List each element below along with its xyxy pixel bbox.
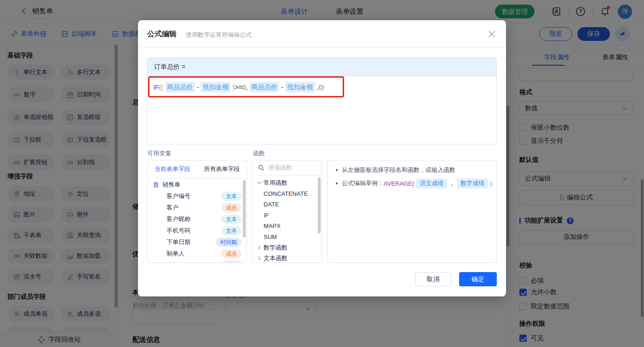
- modal-footer: 取消 确定: [138, 263, 506, 296]
- modal-subtitle: 使用数学运算符编辑公式: [186, 31, 252, 39]
- cancel-button[interactable]: 取消: [415, 272, 451, 286]
- formula-input-area[interactable]: IF((商品总价-抵扣金额)>=0,商品总价-抵扣金额,0): [148, 76, 496, 144]
- function-name: CONCATENATE: [264, 190, 308, 197]
- variable-type-tag: 成员: [221, 249, 242, 258]
- confirm-button[interactable]: 确定: [459, 272, 497, 286]
- bullet-icon: [336, 182, 338, 184]
- variable-type-tag: 文本: [221, 226, 242, 235]
- variables-scrollbar[interactable]: [243, 180, 246, 238]
- function-name: SUM: [264, 233, 277, 240]
- variable-name: 客户昵称: [167, 215, 190, 223]
- formula-editor: 订单总价 = IF((商品总价-抵扣金额)>=0,商品总价-抵扣金额,0): [147, 57, 497, 144]
- variable-name: 客户编号: [167, 192, 190, 200]
- tip-line: 从左侧面板选择字段名和函数，或输入函数: [335, 166, 489, 174]
- tip-example-function: AVERAGE(: [384, 180, 414, 187]
- tip-example-comma: ，: [449, 179, 455, 188]
- variable-name: 下单日期: [167, 238, 190, 246]
- formula-token: 0: [242, 84, 246, 91]
- variable-row[interactable]: [148, 259, 247, 263]
- formula-token: 0: [319, 84, 322, 91]
- variables-tabs: 当前表单字段 所有表单字段: [148, 160, 247, 178]
- search-placeholder: 搜索函数: [268, 164, 292, 172]
- formula-field-chip: 抵扣金额: [285, 82, 315, 92]
- variable-row[interactable]: 客户昵称文本: [148, 213, 247, 225]
- formula-token: ): [322, 84, 325, 91]
- formula-edit-modal: 公式编辑 使用数学运算符编辑公式 订单总价 = IF((商品总价-抵扣金额)>=…: [138, 20, 506, 296]
- function-name: 文本函数: [264, 254, 288, 262]
- tab-current-form-fields[interactable]: 当前表单字段: [148, 160, 197, 178]
- variables-label: 可用变量: [147, 149, 171, 158]
- chevron-down-icon: [256, 180, 263, 186]
- form-doc-icon: [153, 182, 159, 188]
- variable-type-tag: 成员: [221, 203, 242, 212]
- formula-field-chip: 商品总价: [165, 82, 195, 92]
- variable-row[interactable]: 制单人成员: [148, 248, 247, 259]
- function-name: MAPX: [264, 222, 281, 229]
- formula-token: ,: [246, 84, 247, 91]
- tip-example-line: 公式编辑举例：AVERAGE(语文成绩，数学成绩): [335, 178, 489, 188]
- function-name: 常用函数: [264, 179, 288, 187]
- tip-example-field: 语文成绩: [416, 178, 447, 188]
- tip-example-prefix: 公式编辑举例：: [342, 179, 384, 188]
- variable-type-tag: 文本: [221, 215, 242, 224]
- variable-name: 制单人: [167, 250, 184, 258]
- variables-root-label: 销售单: [162, 181, 180, 189]
- formula-tips-panel: 从左侧面板选择字段名和函数，或输入函数 公式编辑举例：AVERAGE(语文成绩，…: [327, 160, 497, 263]
- function-item[interactable]: MAPX: [253, 221, 322, 232]
- chevron-right-icon: [256, 255, 263, 262]
- function-item[interactable]: CONCATENATE: [253, 188, 322, 199]
- close-icon[interactable]: [488, 30, 496, 38]
- function-name: DATE: [264, 201, 279, 208]
- formula-field-chip: 商品总价: [249, 82, 279, 92]
- variable-name: 客户: [167, 204, 178, 212]
- tip-example-paren: ): [490, 180, 492, 187]
- formula-field-chip: 抵扣金额: [201, 82, 230, 92]
- tab-all-form-fields[interactable]: 所有表单字段: [197, 160, 247, 178]
- variable-name: 手机号码: [167, 227, 190, 235]
- variable-type-tag: 文本: [221, 192, 242, 201]
- function-search-input[interactable]: 搜索函数: [253, 160, 322, 176]
- modal-header: 公式编辑 使用数学运算符编辑公式: [138, 20, 506, 48]
- formula-token: ((: [159, 84, 163, 91]
- variable-row[interactable]: 客户编号文本: [148, 190, 247, 202]
- tip-text: 从左侧面板选择字段名和函数，或输入函数: [342, 166, 455, 174]
- formula-target: 订单总价 =: [148, 58, 496, 76]
- formula-token: -: [197, 84, 199, 91]
- chevron-right-icon: [256, 245, 263, 251]
- variable-row[interactable]: 手机号码文本: [148, 225, 247, 236]
- formula-token: IF: [153, 84, 159, 91]
- variable-row[interactable]: 下单日期时间戳: [148, 236, 247, 248]
- function-item[interactable]: IF: [253, 210, 322, 221]
- variable-row[interactable]: 客户成员: [148, 202, 247, 213]
- tip-example-field: 数学成绩: [457, 178, 488, 188]
- function-name: 数学函数: [264, 244, 288, 252]
- variables-panel: 当前表单字段 所有表单字段 销售单客户编号文本客户成员客户昵称文本手机号码文本下…: [147, 160, 247, 263]
- function-group[interactable]: 常用函数: [253, 177, 322, 188]
- form-designer-app: 销售单 表单设计 表单设置 数据管理 理 表单外链后端脚本数据权: [0, 0, 644, 347]
- function-item[interactable]: DATE: [253, 199, 322, 210]
- functions-label: 函数: [253, 149, 265, 158]
- variables-root-row[interactable]: 销售单: [148, 179, 247, 190]
- function-name: IF: [264, 212, 269, 219]
- formula-expression: IF((商品总价-抵扣金额)>=0,商品总价-抵扣金额,0): [153, 82, 324, 92]
- modal-title: 公式编辑: [147, 29, 177, 39]
- variable-type-tag: 时间戳: [216, 238, 242, 247]
- function-item[interactable]: SUM: [253, 232, 322, 243]
- search-icon: [258, 165, 264, 171]
- formula-token: -: [281, 84, 283, 91]
- bullet-icon: [336, 169, 338, 171]
- formula-token: >=: [235, 84, 242, 91]
- functions-panel: 搜索函数 常用函数CONCATENATEDATEIFMAPXSUM数学函数文本函…: [252, 160, 322, 263]
- functions-scrollbar[interactable]: [318, 177, 321, 233]
- function-group[interactable]: 文本函数: [253, 253, 322, 263]
- function-group[interactable]: 数学函数: [253, 242, 322, 253]
